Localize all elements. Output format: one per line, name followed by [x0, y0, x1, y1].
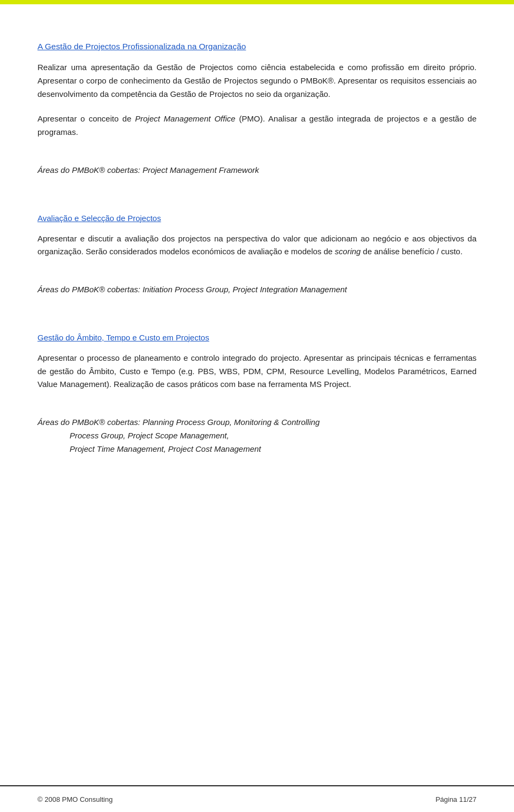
pmbok-areas-1-label: Áreas do PMBoK® cobertas: [37, 165, 142, 174]
pmbok-areas-1: Áreas do PMBoK® cobertas: Project Manage… [37, 164, 477, 177]
pmbok-areas-2-value: Initiation Process Group, Project Integr… [142, 285, 347, 294]
intro-para2-block: Apresentar o conceito de Project Managem… [37, 112, 477, 139]
pmbok-areas-3-value-line3: Project Time Management, Project Cost Ma… [70, 444, 261, 453]
section2-heading-block: Gestão do Âmbito, Tempo e Custo em Proje… [37, 333, 477, 342]
intro-para1: Realizar uma apresentação da Gestão de P… [37, 61, 477, 101]
section2-para1: Apresentar o processo de planeamento e c… [37, 352, 477, 391]
pmbok-areas-3-value-line2: Process Group, Project Scope Management, [70, 431, 229, 440]
section1-heading-link[interactable]: Avaliação e Selecção de Projectos [37, 214, 161, 223]
pmbok-areas-3-line0: Áreas do PMBoK® cobertas: Planning Proce… [37, 416, 477, 429]
footer: © 2008 PMO Consulting Página 11/27 [0, 785, 514, 812]
intro-para2: Apresentar o conceito de Project Managem… [37, 112, 477, 139]
section1-para1: Apresentar e discutir a avaliação dos pr… [37, 232, 477, 259]
pmbok-areas-3-indent: Process Group, Project Scope Management,… [37, 429, 477, 456]
footer-copyright: © 2008 PMO Consulting [37, 795, 112, 803]
page-content: A Gestão de Projectos Profissionalizada … [0, 4, 514, 504]
pmbok-areas-1-value: Project Management Framework [142, 165, 259, 174]
intro-para1-block: Realizar uma apresentação da Gestão de P… [37, 61, 477, 101]
pmbok-areas-3-line3: Project Time Management, Project Cost Ma… [70, 443, 477, 456]
pmbok-areas-2-block: Áreas do PMBoK® cobertas: Initiation Pro… [37, 283, 477, 297]
pmbok-areas-1-block: Áreas do PMBoK® cobertas: Project Manage… [37, 164, 477, 177]
pmbok-areas-3-block: Áreas do PMBoK® cobertas: Planning Proce… [37, 416, 477, 456]
footer-page-info: Página 11/27 [435, 795, 477, 803]
section2-heading-link[interactable]: Gestão do Âmbito, Tempo e Custo em Proje… [37, 333, 209, 342]
main-title-link[interactable]: A Gestão de Projectos Profissionalizada … [37, 42, 246, 51]
pmbok-areas-2: Áreas do PMBoK® cobertas: Initiation Pro… [37, 283, 477, 297]
pmbok-areas-3-label: Áreas do PMBoK® cobertas: [37, 418, 142, 427]
section2-para1-block: Apresentar o processo de planeamento e c… [37, 352, 477, 391]
section1-heading-block: Avaliação e Selecção de Projectos [37, 214, 477, 223]
pmbok-areas-3-line2: Process Group, Project Scope Management, [70, 429, 477, 443]
top-bar [0, 0, 514, 4]
pmbok-areas-3-value-line1: Planning Process Group, Monitoring & Con… [142, 418, 320, 427]
main-title-block: A Gestão de Projectos Profissionalizada … [37, 42, 477, 51]
section1-para1-block: Apresentar e discutir a avaliação dos pr… [37, 232, 477, 259]
pmbok-areas-2-label: Áreas do PMBoK® cobertas: [37, 285, 142, 294]
